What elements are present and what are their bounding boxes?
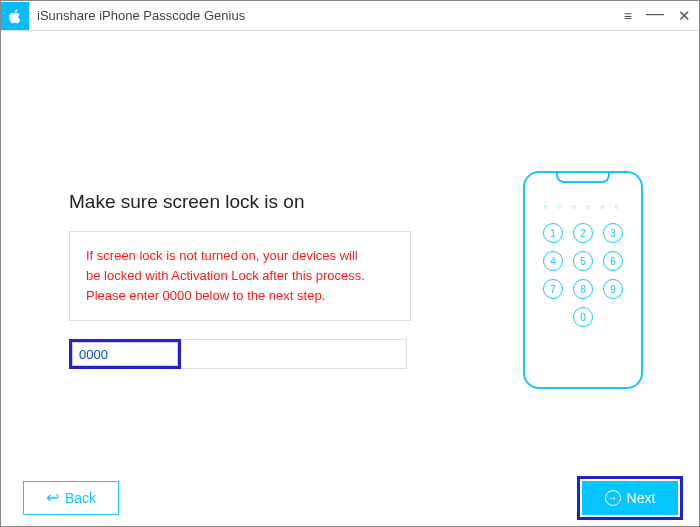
next-arrow-icon: → [605, 490, 621, 506]
phone-illustration: ○ ○ ○ ○ ○ ○ 1 2 3 4 5 6 7 8 9 0 [523, 171, 643, 389]
minimize-icon[interactable]: — [646, 4, 664, 22]
warning-line: If screen lock is not turned on, your de… [86, 246, 396, 266]
keypad-key: 9 [603, 279, 623, 299]
back-arrow-icon: ↩ [46, 490, 59, 506]
phone-notch-icon [556, 173, 610, 183]
apple-logo-icon [1, 2, 29, 30]
keypad-key: 2 [573, 223, 593, 243]
keypad-key: 0 [573, 307, 593, 327]
input-highlight [69, 339, 181, 369]
warning-line: Please enter 0000 below to the next step… [86, 286, 396, 306]
menu-icon[interactable]: ≡ [624, 9, 632, 23]
close-icon[interactable]: ✕ [678, 8, 691, 23]
next-button-label: Next [627, 490, 656, 506]
passcode-dots-icon: ○ ○ ○ ○ ○ ○ [525, 203, 641, 210]
main-content: Make sure screen lock is on If screen lo… [1, 31, 699, 470]
input-rest [181, 339, 407, 369]
keypad-key: 3 [603, 223, 623, 243]
keypad-key: 4 [543, 251, 563, 271]
confirm-code-input[interactable] [72, 342, 178, 366]
next-button[interactable]: → Next [582, 481, 678, 515]
keypad-key: 1 [543, 223, 563, 243]
warning-line: be locked with Activation Lock after thi… [86, 266, 396, 286]
keypad-key: 5 [573, 251, 593, 271]
keypad-key: 6 [603, 251, 623, 271]
back-button-label: Back [65, 490, 96, 506]
keypad-key: 8 [573, 279, 593, 299]
keypad-key: 7 [543, 279, 563, 299]
footer: ↩ Back → Next [1, 470, 699, 526]
back-button[interactable]: ↩ Back [23, 481, 119, 515]
phone-keypad: 1 2 3 4 5 6 7 8 9 0 [525, 223, 641, 327]
next-highlight: → Next [577, 476, 683, 520]
window-controls: ≡ — ✕ [624, 7, 691, 25]
warning-box: If screen lock is not turned on, your de… [69, 231, 411, 321]
window-title: iSunshare iPhone Passcode Genius [37, 8, 624, 23]
titlebar: iSunshare iPhone Passcode Genius ≡ — ✕ [1, 1, 699, 31]
